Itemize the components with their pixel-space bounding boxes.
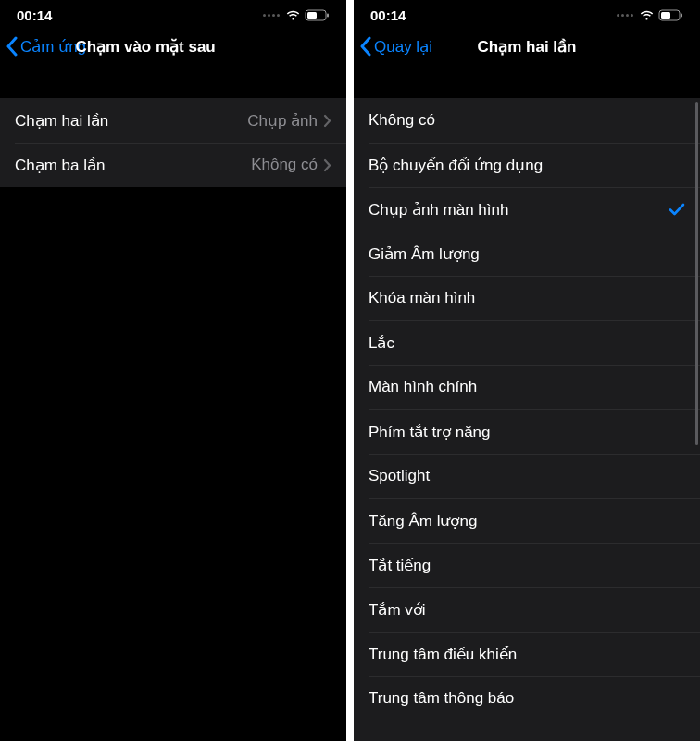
svg-rect-5 [681, 13, 682, 17]
option-row[interactable]: Bộ chuyển đổi ứng dụng [354, 143, 700, 187]
chevron-left-icon [359, 36, 372, 57]
option-label: Trung tâm thông báo [369, 689, 685, 708]
phone-left: 00:14 Cảm ứng Chạm vào mặt sau Chạm hai … [0, 0, 346, 741]
svg-rect-1 [307, 12, 317, 19]
option-label: Trung tâm điều khiển [369, 645, 685, 664]
nav-bar: Cảm ứng Chạm vào mặt sau [0, 26, 346, 67]
option-row[interactable]: Tắt tiếng [354, 543, 700, 587]
section-spacer [354, 67, 700, 98]
option-row[interactable]: Màn hình chính [354, 365, 700, 409]
battery-icon [658, 9, 683, 21]
row-label: Chạm ba lần [15, 156, 251, 175]
option-label: Màn hình chính [369, 378, 685, 396]
option-label: Tắt tiếng [369, 556, 685, 575]
option-label: Khóa màn hình [369, 289, 685, 308]
option-row[interactable]: Giảm Âm lượng [354, 232, 700, 276]
svg-rect-2 [327, 13, 329, 17]
chevron-left-icon [6, 36, 19, 57]
back-button[interactable]: Quay lại [359, 36, 432, 57]
option-label: Chụp ảnh màn hình [369, 200, 669, 220]
chevron-right-icon [323, 114, 331, 128]
option-row[interactable]: Khóa màn hình [354, 276, 700, 320]
status-time: 00:14 [370, 7, 406, 23]
option-row[interactable]: Tắm với [354, 587, 700, 632]
option-label: Lắc [369, 333, 685, 353]
status-right [263, 9, 330, 21]
option-label: Giảm Âm lượng [369, 245, 685, 264]
option-label: Spotlight [369, 467, 685, 485]
option-row[interactable]: Chụp ảnh màn hình [354, 187, 700, 232]
status-time: 00:14 [17, 7, 52, 23]
option-row[interactable]: Trung tâm thông báo [354, 676, 700, 721]
nav-title: Chạm vào mặt sau [75, 37, 215, 57]
back-label: Quay lại [374, 37, 432, 57]
option-row[interactable]: Không có [354, 98, 700, 143]
battery-icon [305, 9, 330, 21]
status-bar: 00:14 [354, 0, 700, 26]
wifi-icon [285, 9, 301, 20]
cellular-dots-icon [617, 14, 633, 17]
option-label: Không có [369, 111, 685, 130]
row-value: Chụp ảnh [247, 111, 318, 131]
row-label: Chạm hai lần [15, 111, 247, 131]
option-row[interactable]: Trung tâm điều khiển [354, 632, 700, 676]
checkmark-icon [669, 202, 685, 217]
option-label: Bộ chuyển đổi ứng dụng [369, 156, 685, 175]
nav-title: Chạm hai lần [478, 37, 577, 57]
option-row[interactable]: Phím tắt trợ năng [354, 409, 700, 454]
cellular-dots-icon [263, 14, 280, 17]
settings-list: Chạm hai lần Chụp ảnh Chạm ba lần Không … [0, 98, 346, 187]
empty-area [0, 187, 346, 741]
option-label: Phím tắt trợ năng [369, 422, 685, 442]
chevron-right-icon [323, 158, 331, 172]
nav-bar: Quay lại Chạm hai lần [354, 26, 700, 67]
options-scroll-area: Không cóBộ chuyển đổi ứng dụngChụp ảnh m… [354, 98, 700, 741]
back-button[interactable]: Cảm ứng [6, 36, 86, 57]
option-label: Tăng Âm lượng [369, 511, 685, 531]
status-right [617, 9, 683, 21]
option-row[interactable]: Spotlight [354, 454, 700, 498]
status-bar: 00:14 [0, 0, 346, 26]
phone-right: 00:14 Quay lại Chạm hai lần Không cóBộ c… [354, 0, 700, 741]
option-row[interactable]: Tăng Âm lượng [354, 498, 700, 543]
svg-rect-4 [661, 12, 670, 19]
row-value: Không có [251, 156, 318, 174]
section-spacer [0, 67, 346, 98]
row-double-tap[interactable]: Chạm hai lần Chụp ảnh [0, 98, 346, 143]
wifi-icon [639, 9, 655, 20]
scrollbar[interactable] [695, 102, 698, 445]
row-triple-tap[interactable]: Chạm ba lần Không có [0, 143, 346, 187]
option-row[interactable]: Lắc [354, 320, 700, 365]
option-label: Tắm với [369, 600, 685, 620]
options-list: Không cóBộ chuyển đổi ứng dụngChụp ảnh m… [354, 98, 700, 741]
